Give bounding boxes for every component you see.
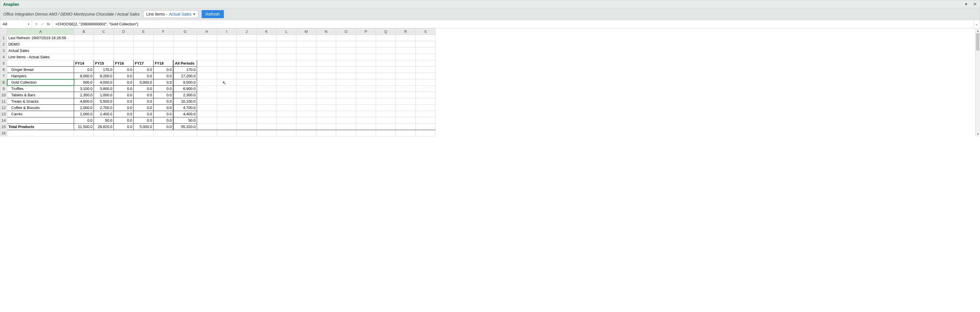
row-header[interactable]: 3	[0, 48, 7, 54]
row-header[interactable]: 15	[0, 124, 7, 130]
cell[interactable]	[277, 98, 296, 105]
row-header[interactable]: 4	[0, 54, 7, 60]
cell[interactable]	[257, 111, 277, 117]
cell[interactable]	[416, 111, 436, 117]
col-header-L[interactable]: L	[277, 29, 296, 35]
col-header-C[interactable]: C	[94, 29, 114, 35]
cell[interactable]	[217, 98, 237, 105]
value-cell[interactable]: 50.0	[173, 117, 197, 124]
cell[interactable]	[376, 111, 396, 117]
cell[interactable]	[217, 73, 237, 79]
cell[interactable]	[396, 48, 416, 54]
cell[interactable]	[217, 60, 237, 67]
cell[interactable]	[197, 41, 217, 48]
product-label-cell[interactable]: Gold Collection	[7, 79, 74, 86]
cell[interactable]	[277, 117, 296, 124]
value-cell[interactable]: 0.0	[114, 73, 134, 79]
cell[interactable]	[376, 117, 396, 124]
cell[interactable]	[237, 130, 257, 136]
cell[interactable]	[197, 60, 217, 67]
cell[interactable]	[316, 105, 336, 111]
value-cell[interactable]: 0.0	[154, 105, 173, 111]
cell[interactable]	[257, 86, 277, 92]
cell[interactable]	[416, 48, 436, 54]
cell[interactable]	[316, 130, 336, 136]
scroll-thumb[interactable]	[976, 33, 979, 50]
cell[interactable]	[217, 130, 237, 136]
row-header[interactable]: 1	[0, 35, 7, 41]
cell[interactable]	[154, 130, 173, 136]
cell[interactable]	[257, 79, 277, 86]
value-cell[interactable]: 0.0	[114, 117, 134, 124]
cell[interactable]	[296, 48, 316, 54]
value-cell[interactable]: 0.0	[134, 86, 154, 92]
spreadsheet-grid[interactable]: A B C D E F G H I J K L M N O P Q	[0, 28, 436, 136]
expand-formula-bar-icon[interactable]: ⌄	[974, 20, 980, 28]
cell[interactable]	[217, 92, 237, 98]
value-cell[interactable]: 0.0	[74, 117, 94, 124]
cell[interactable]	[376, 73, 396, 79]
cell[interactable]	[154, 41, 173, 48]
value-cell[interactable]: 0.0	[134, 105, 154, 111]
cell[interactable]	[197, 67, 217, 73]
cell[interactable]	[336, 105, 356, 111]
value-cell[interactable]: 0.0	[154, 98, 173, 105]
cell[interactable]	[217, 111, 237, 117]
cell[interactable]	[134, 41, 154, 48]
cell[interactable]	[396, 54, 416, 60]
cell[interactable]	[316, 124, 336, 130]
cell[interactable]	[316, 54, 336, 60]
value-cell[interactable]: 500.0	[74, 79, 94, 86]
cell[interactable]	[376, 130, 396, 136]
cell[interactable]	[277, 41, 296, 48]
cell[interactable]	[7, 130, 74, 136]
cell[interactable]	[356, 67, 376, 73]
cell[interactable]	[134, 35, 154, 41]
cell[interactable]	[197, 124, 217, 130]
cell[interactable]	[277, 73, 296, 79]
product-label-cell[interactable]: Truffles	[7, 86, 74, 92]
cell[interactable]	[94, 130, 114, 136]
cell[interactable]	[336, 60, 356, 67]
cell[interactable]	[173, 130, 197, 136]
cell[interactable]	[316, 60, 336, 67]
period-header[interactable]: FY16	[114, 60, 134, 67]
cell[interactable]	[94, 35, 114, 41]
cell[interactable]	[114, 130, 134, 136]
cell[interactable]	[277, 60, 296, 67]
cell[interactable]	[217, 105, 237, 111]
value-cell[interactable]: 0.0	[134, 92, 154, 98]
cell[interactable]	[356, 41, 376, 48]
value-cell[interactable]: 0.0	[114, 79, 134, 86]
cell[interactable]	[316, 48, 336, 54]
cell[interactable]	[237, 79, 257, 86]
cell[interactable]	[257, 35, 277, 41]
cell[interactable]	[356, 124, 376, 130]
cell[interactable]	[336, 35, 356, 41]
cell[interactable]	[356, 54, 376, 60]
cell[interactable]	[336, 98, 356, 105]
value-cell[interactable]: 9,200.0	[94, 73, 114, 79]
scroll-up-icon[interactable]: ▴	[975, 28, 980, 33]
cell[interactable]	[296, 130, 316, 136]
value-cell[interactable]: 170.0	[94, 67, 114, 73]
value-cell[interactable]: 3,800.0	[94, 86, 114, 92]
scroll-down-icon[interactable]: ▾	[975, 131, 980, 136]
row-header[interactable]: 12	[0, 105, 7, 111]
cell[interactable]	[277, 124, 296, 130]
product-label-cell[interactable]: Treats & Snacks	[7, 98, 74, 105]
cell[interactable]	[296, 41, 316, 48]
cell[interactable]	[257, 48, 277, 54]
value-cell[interactable]: 0.0	[154, 117, 173, 124]
name-box[interactable]: A8 ▾	[0, 20, 32, 28]
value-cell[interactable]: 50.0	[94, 117, 114, 124]
cell[interactable]	[376, 86, 396, 92]
cell[interactable]	[296, 73, 316, 79]
cell[interactable]	[296, 60, 316, 67]
period-header[interactable]: All Periods	[173, 60, 197, 67]
value-cell[interactable]: 0.0	[154, 111, 173, 117]
value-cell[interactable]: 4,000.0	[94, 79, 114, 86]
cell[interactable]	[396, 35, 416, 41]
cell[interactable]	[376, 54, 396, 60]
cell[interactable]	[94, 54, 114, 60]
